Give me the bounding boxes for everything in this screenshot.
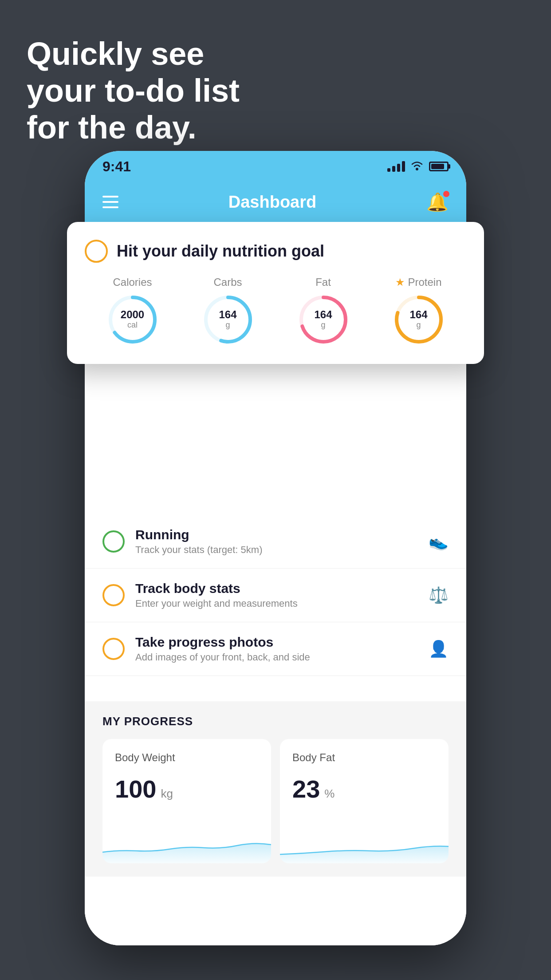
body-fat-unit: % xyxy=(324,787,335,801)
card-title-row: Hit your daily nutrition goal xyxy=(85,240,466,263)
macro-carbs: Carbs 164 g xyxy=(201,276,255,346)
protein-value: 164 xyxy=(409,309,427,320)
macro-fat-label: Fat xyxy=(315,276,331,288)
todo-text-running: Running Track your stats (target: 5km) xyxy=(135,527,418,556)
todo-circle-progress-photos xyxy=(102,638,125,660)
body-weight-value: 100 xyxy=(115,775,156,803)
body-stats-icon: ⚖️ xyxy=(429,586,449,605)
fat-unit: g xyxy=(321,321,325,330)
running-icon: 👟 xyxy=(429,532,449,551)
signal-icon xyxy=(387,161,405,172)
todo-item-progress-photos[interactable]: Take progress photos Add images of your … xyxy=(85,622,466,676)
todo-item-body-stats[interactable]: Track body stats Enter your weight and m… xyxy=(85,569,466,622)
headline: Quickly see your to-do list for the day. xyxy=(27,36,240,146)
status-bar: 9:41 xyxy=(85,151,466,182)
body-fat-chart xyxy=(280,832,449,863)
notification-dot xyxy=(443,191,449,197)
macro-calories-label: Calories xyxy=(113,276,152,288)
todo-name-progress-photos: Take progress photos xyxy=(135,635,418,650)
body-fat-card[interactable]: Body Fat 23 % xyxy=(280,739,449,863)
notification-button[interactable]: 🔔 xyxy=(426,192,449,213)
nav-bar: Dashboard 🔔 xyxy=(85,182,466,222)
todo-circle-body-stats xyxy=(102,584,125,606)
todo-name-running: Running xyxy=(135,527,418,542)
body-fat-value: 23 xyxy=(292,775,320,803)
todo-list: Running Track your stats (target: 5km) 👟… xyxy=(85,515,466,676)
status-icons xyxy=(387,160,449,174)
progress-photos-icon: 👤 xyxy=(429,640,449,658)
macro-carbs-label: Carbs xyxy=(213,276,242,288)
calories-unit: cal xyxy=(127,321,138,330)
carbs-unit: g xyxy=(225,321,230,330)
body-weight-title: Body Weight xyxy=(115,751,259,764)
body-fat-title: Body Fat xyxy=(292,751,436,764)
body-weight-chart xyxy=(102,832,271,863)
macro-protein-label: ★ Protein xyxy=(395,276,441,288)
nutrition-card-title: Hit your daily nutrition goal xyxy=(117,242,324,261)
macros-row: Calories 2000 cal Carbs xyxy=(85,276,466,346)
todo-text-progress-photos: Take progress photos Add images of your … xyxy=(135,635,418,663)
todo-desc-running: Track your stats (target: 5km) xyxy=(135,544,418,556)
carbs-value: 164 xyxy=(219,309,236,320)
svg-point-0 xyxy=(416,168,418,170)
nutrition-circle-check xyxy=(85,240,108,263)
progress-title: MY PROGRESS xyxy=(102,715,449,728)
protein-unit: g xyxy=(416,321,421,330)
nav-title: Dashboard xyxy=(228,193,316,212)
todo-name-body-stats: Track body stats xyxy=(135,581,418,596)
todo-item-running[interactable]: Running Track your stats (target: 5km) 👟 xyxy=(85,515,466,569)
progress-cards: Body Weight 100 kg xyxy=(102,739,449,863)
todo-desc-progress-photos: Add images of your front, back, and side xyxy=(135,652,418,663)
nutrition-card: Hit your daily nutrition goal Calories 2… xyxy=(67,222,484,364)
progress-section: MY PROGRESS Body Weight 100 kg xyxy=(85,701,466,877)
calories-value: 2000 xyxy=(121,309,144,320)
todo-desc-body-stats: Enter your weight and measurements xyxy=(135,598,418,609)
todo-circle-running xyxy=(102,530,125,553)
protein-star-icon: ★ xyxy=(395,276,405,288)
macro-carbs-ring: 164 g xyxy=(201,293,255,346)
menu-button[interactable] xyxy=(102,196,118,208)
macro-calories: Calories 2000 cal xyxy=(106,276,159,346)
macro-fat: Fat 164 g xyxy=(297,276,350,346)
fat-value: 164 xyxy=(314,309,332,320)
body-fat-value-row: 23 % xyxy=(292,775,436,803)
status-time: 9:41 xyxy=(102,158,131,175)
todo-text-body-stats: Track body stats Enter your weight and m… xyxy=(135,581,418,609)
macro-protein-ring: 164 g xyxy=(392,293,445,346)
macro-protein: ★ Protein 164 g xyxy=(392,276,445,346)
wifi-icon xyxy=(410,160,424,174)
macro-fat-ring: 164 g xyxy=(297,293,350,346)
battery-icon xyxy=(429,162,449,171)
macro-calories-ring: 2000 cal xyxy=(106,293,159,346)
body-weight-value-row: 100 kg xyxy=(115,775,259,803)
body-weight-unit: kg xyxy=(161,787,173,801)
body-weight-card[interactable]: Body Weight 100 kg xyxy=(102,739,271,863)
